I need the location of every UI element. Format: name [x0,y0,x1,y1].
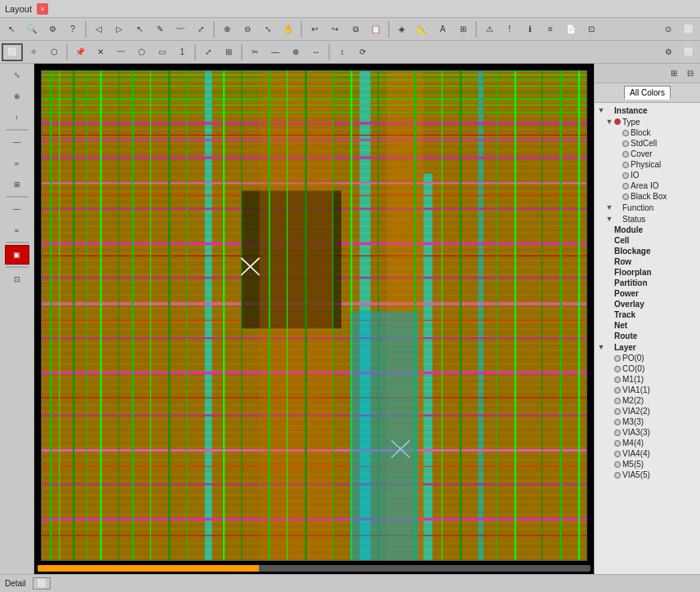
tree-expand-icon[interactable]: ▼ [604,117,614,127]
tb-property[interactable]: ≡ [541,20,560,38]
tree-item-m44[interactable]: M4(4) [595,438,700,448]
tb-cursor[interactable]: ↖ [130,20,149,38]
tb2-rect[interactable]: ▭ [152,43,172,61]
tb-undo[interactable]: ↩ [305,20,324,38]
tree-item-areaio[interactable]: Area IO [595,180,700,191]
tb2-pin[interactable]: 📌 [70,43,90,61]
tb-copy[interactable]: ⧉ [346,20,365,38]
rp-icon1[interactable]: ⊞ [666,66,682,81]
tree-item-track[interactable]: Track [595,309,700,320]
tree-item-overlay[interactable]: Overlay [595,299,700,309]
tb-label[interactable]: A [433,20,453,38]
tree-item-row[interactable]: Row [595,256,700,267]
tb-report[interactable]: 📄 [561,20,581,38]
tb-zoom[interactable]: 🔍 [22,20,42,38]
tree-item-po0[interactable]: PO(0) [595,353,700,363]
tree-item-co0[interactable]: CO(0) [595,363,700,374]
tb2-via[interactable]: ✕ [91,43,110,61]
tb-fit[interactable]: ⤡ [258,20,278,38]
ls-measure[interactable]: — [5,132,29,152]
tb2-select-box[interactable]: ⬜ [2,43,23,61]
tb2-right-config[interactable]: ⚙ [658,43,678,61]
tree-item-power[interactable]: Power [595,288,700,299]
tb2-right-display[interactable]: ⬜ [679,43,698,61]
tree-expand-icon[interactable]: ▼ [604,214,614,224]
tb2-a1[interactable]: ⤢ [198,43,218,61]
tree-item-io[interactable]: IO [595,170,700,180]
tree-item-partition[interactable]: Partition [595,278,700,288]
tree-item-m33[interactable]: M3(3) [595,416,700,427]
tb-info[interactable]: ℹ [520,20,540,38]
tb2-split[interactable]: — [265,43,285,61]
tree-expand-icon[interactable]: ▼ [596,105,606,115]
tb-paste[interactable]: 📋 [366,20,386,38]
tree-item-via22[interactable]: VIA2(2) [595,406,700,416]
tb-antenna[interactable]: ! [500,20,519,38]
tb-snap[interactable]: ⊞ [453,20,473,38]
tb2-merge[interactable]: ⊕ [286,43,305,61]
tree-item-blackbox[interactable]: Black Box [595,191,700,202]
tb2-a2[interactable]: ⊞ [219,43,239,61]
tree-item-cell[interactable]: Cell [595,235,700,246]
tb2-num[interactable]: 1 [172,43,192,61]
tb-drc[interactable]: ⚠ [479,20,499,38]
tb-settings[interactable]: ⚙ [42,20,62,38]
detail-button[interactable]: ⬜ [33,577,51,590]
tb-display[interactable]: ⬜ [679,20,698,38]
tb2-poly[interactable]: ⬠ [132,43,151,61]
tree-item-cover[interactable]: Cover [595,149,700,159]
ls-net[interactable]: — [5,199,29,219]
tree-item-m55[interactable]: M5(5) [595,459,700,470]
tree-item-floorplan[interactable]: Floorplan [595,267,700,278]
tree-item-via44[interactable]: VIA4(4) [595,448,700,459]
tree-item-instance[interactable]: ▼Instance [595,105,700,116]
tb-back[interactable]: ◁ [89,20,109,38]
tb-zoom-out[interactable]: ⊖ [238,20,257,38]
tb-zoom-in[interactable]: ⊕ [217,20,237,38]
canvas-area[interactable] [34,64,594,574]
tb-highlight[interactable]: ◈ [392,20,412,38]
tb-redo[interactable]: ↪ [325,20,345,38]
tb-script[interactable]: ⊡ [582,20,601,38]
tree-item-m11[interactable]: M1(1) [595,374,700,385]
tb2-layer[interactable]: ⬡ [44,43,64,61]
rp-icon2[interactable]: ⊟ [682,66,698,81]
ls-net2[interactable]: = [5,220,29,240]
ls-transform[interactable]: ⊡ [5,269,29,289]
close-button[interactable]: × [37,3,48,15]
tree-item-block[interactable]: Block [595,127,700,138]
ls-sel3[interactable]: ⊞ [5,175,29,194]
tb2-stretch[interactable]: ↔ [306,43,326,61]
tb-help[interactable]: ? [63,20,82,38]
tb2-cut[interactable]: ✂ [245,43,265,61]
tree-item-via33[interactable]: VIA3(3) [595,427,700,438]
tree-item-function[interactable]: ▼Function [595,202,700,213]
chip-view[interactable] [41,70,587,561]
tb-measure[interactable]: 📐 [412,20,432,38]
tree-item-layer[interactable]: ▼Layer [595,341,700,353]
tree-item-type[interactable]: ▼Type [595,116,700,127]
tb-forward[interactable]: ▷ [109,20,129,38]
tb2-sel[interactable]: ✧ [24,43,43,61]
ls-arrow[interactable]: ↑ [5,108,29,127]
tree-item-stdcell[interactable]: StdCell [595,138,700,149]
ls-measure2[interactable]: = [5,154,29,173]
ls-zoom-fit[interactable]: ⤡ [5,65,29,85]
tb-wire[interactable]: 〰 [171,20,190,38]
tree-item-route[interactable]: Route [595,331,700,341]
tb-select[interactable]: ↖ [2,20,21,38]
tree-expand-icon[interactable]: ▼ [596,342,606,352]
tb-pan[interactable]: ✋ [279,20,298,38]
tree-item-physical[interactable]: Physical [595,159,700,170]
tree-item-blockage[interactable]: Blockage [595,246,700,256]
tree-item-via11[interactable]: VIA1(1) [595,385,700,395]
ls-zoom-in[interactable]: ⊕ [5,87,29,106]
tb2-rotate[interactable]: ⟳ [353,43,372,61]
tb-route[interactable]: ⤢ [191,20,211,38]
ls-active-tool[interactable]: ▣ [5,245,29,265]
tree-item-module[interactable]: Module [595,225,700,235]
tree-item-via55[interactable]: VIA5(5) [595,470,700,480]
tree-item-status[interactable]: ▼Status [595,213,700,225]
tree-item-m22[interactable]: M2(2) [595,395,700,406]
tree-item-net[interactable]: Net [595,320,700,331]
